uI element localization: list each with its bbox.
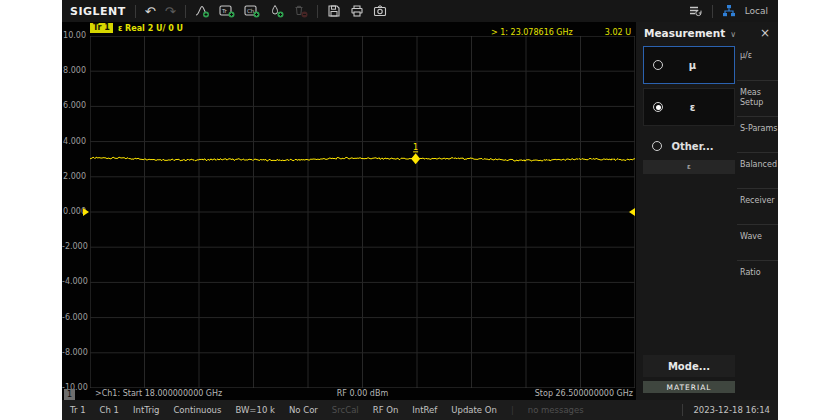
radio-selected-icon [653,102,663,112]
radio-unselected-icon [652,141,662,151]
mode-button[interactable]: Mode... [643,355,735,377]
radio-unselected-icon [653,60,663,70]
trace-header: Tr 1 ε Real 2 U/ 0 U [90,23,183,33]
trace-info: ε Real 2 U/ 0 U [118,24,183,33]
status-item[interactable]: IntRef [412,405,437,415]
add-trace-icon[interactable] [195,4,210,18]
chevron-down-icon: ∨ [730,30,736,39]
status-item[interactable]: IntTrig [133,405,159,415]
menu-item[interactable]: Balanced [737,152,778,188]
status-item[interactable]: BW=10 k [235,405,275,415]
menu-item[interactable]: S-Params [737,116,778,152]
status-bar: Tr 1Ch 1IntTrigContinuousBW=10 kNo CorSr… [62,400,778,420]
svg-text:Ch: Ch [247,8,255,14]
option-epsilon[interactable]: ε [643,88,735,126]
y-axis-label: 10.00 [62,31,86,41]
option-other[interactable]: Other... [643,136,735,156]
local-mode-label[interactable]: Local [745,6,770,16]
network-icon[interactable] [722,4,736,18]
status-item[interactable]: Update On [451,405,497,415]
siglent-logo: SIGLENT [70,5,126,18]
toolbar-divider [317,5,318,18]
panel-title[interactable]: Measurement [644,27,725,39]
toolbar: SIGLENT ↶ ↷ Tr Ch [62,0,778,22]
menu-item[interactable]: Ratio [737,260,778,296]
status-item[interactable]: Continuous [173,405,221,415]
trace-badge[interactable]: Tr 1 [90,23,113,33]
add-marker-icon[interactable] [269,4,284,18]
channel-badge: 1 [64,389,75,400]
y-axis-label: -2.000 [62,242,86,252]
undo-icon[interactable]: ↶ [145,5,156,18]
stop-frequency-label: Stop 26.500000000 GHz [535,389,633,398]
menu-item[interactable]: Receiver [737,188,778,224]
status-item[interactable]: RF On [373,405,399,415]
vna-screen: SIGLENT ↶ ↷ Tr Ch [62,0,778,420]
toolbar-divider [135,5,136,18]
timestamp: 2023-12-18 16:14 [693,405,770,415]
status-item[interactable]: Ch 1 [100,405,119,415]
y-axis-label: 8.000 [62,66,86,76]
other-epsilon-button[interactable]: ε [643,160,735,174]
status-right: 2023-12-18 16:14 [682,404,770,416]
y-axis-label: 2.000 [62,172,86,182]
menu-item[interactable]: μ/ε [737,44,778,80]
status-item[interactable]: SrcCal [332,405,359,415]
material-label: MATERIAL [643,381,735,393]
marker-diamond[interactable] [411,153,420,164]
toolbar-divider [185,5,186,18]
y-axis-label: 6.000 [62,101,86,111]
graph-area: Tr 1 ε Real 2 U/ 0 U > 1: 23.078616 GHz … [62,22,636,400]
status-item[interactable]: | [511,405,514,415]
system-status-icon[interactable] [688,4,703,18]
ref-level-arrow-right [629,208,635,216]
y-axis-label: 4.000 [62,137,86,147]
status-divider [682,404,683,416]
y-axis-label: -4.000 [62,277,86,287]
redo-icon[interactable]: ↷ [165,5,176,18]
add-channel-icon[interactable]: Ch [244,4,260,18]
print-icon[interactable] [350,4,364,18]
panel-header: Measurement ∨ × [636,22,778,44]
plot-svg: 1 [90,36,635,388]
status-item[interactable]: No Cor [289,405,318,415]
camera-icon[interactable] [373,4,387,18]
status-item[interactable]: no messages [528,405,584,415]
option-other-label: Other... [662,141,723,152]
y-axis-label: -8.000 [62,348,86,358]
toolbar-divider [712,5,713,18]
menu-item[interactable]: Meas Setup [737,80,778,116]
measurement-panel: Measurement ∨ × μ ε Other... ε μ/εMeas S… [636,22,778,400]
option-epsilon-label: ε [663,102,722,113]
svg-text:Tr: Tr [221,8,228,14]
option-mu[interactable]: μ [643,46,735,84]
add-trace-window-icon[interactable]: Tr [219,4,235,18]
status-item[interactable]: Tr 1 [70,405,86,415]
close-icon[interactable]: × [760,27,770,39]
y-axis-label: -6.000 [62,313,86,323]
marker-number-label: 1 [413,143,418,152]
menu-item[interactable]: Wave [737,224,778,260]
delete-icon[interactable] [293,4,308,18]
status-items: Tr 1Ch 1IntTrigContinuousBW=10 kNo CorSr… [70,405,584,415]
softkey-menu: μ/εMeas SetupS-ParamsBalancedReceiverWav… [737,44,778,296]
save-icon[interactable] [327,4,341,18]
option-mu-label: μ [663,60,722,71]
ref-level-arrow-left [83,208,89,216]
